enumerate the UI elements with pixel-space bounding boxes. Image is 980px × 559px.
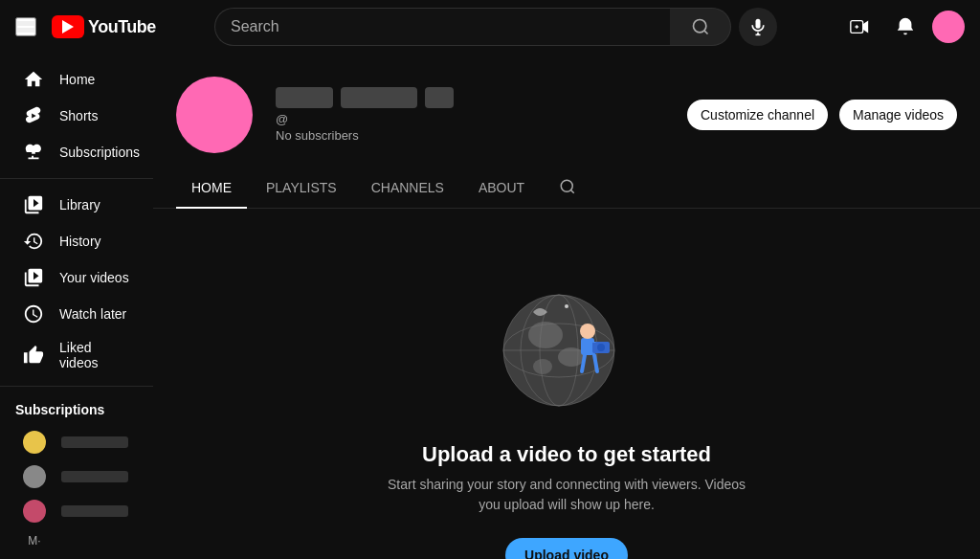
- svg-marker-6: [863, 21, 869, 34]
- empty-illustration: [490, 266, 643, 419]
- bell-icon: [895, 16, 916, 37]
- empty-state-title: Upload a video to get started: [422, 442, 711, 467]
- svg-line-13: [571, 190, 574, 192]
- sub-name-2: [61, 471, 128, 482]
- microphone-button[interactable]: [739, 8, 777, 46]
- tab-search-icon: [559, 178, 576, 195]
- svg-point-12: [561, 180, 572, 191]
- sidebar-item-library-label: Library: [59, 197, 100, 212]
- svg-line-1: [703, 31, 707, 34]
- tab-search-button[interactable]: [551, 170, 584, 206]
- empty-state-description: Start sharing your story and connecting …: [375, 475, 758, 515]
- subscription-item-4[interactable]: M·: [8, 528, 145, 553]
- sidebar-item-your-videos[interactable]: Your videos: [8, 259, 145, 296]
- channel-tabs: HOME PLAYLISTS CHANNELS ABOUT: [153, 168, 980, 209]
- home-icon: [23, 69, 44, 90]
- liked-videos-icon: [23, 345, 44, 366]
- notifications-button[interactable]: [886, 8, 924, 46]
- subscription-item-5[interactable]: [8, 553, 145, 559]
- manage-videos-button[interactable]: Manage videos: [839, 100, 957, 130]
- channel-info: @ No subscribers: [276, 87, 664, 143]
- channel-name-placeholder-3: [425, 87, 454, 108]
- sidebar-item-home[interactable]: Home: [8, 61, 145, 98]
- sub-avatar-3: [23, 500, 46, 523]
- search-bar: [214, 8, 731, 46]
- channel-name-row: [276, 87, 664, 108]
- tab-channels[interactable]: CHANNELS: [356, 168, 459, 209]
- shorts-icon: [23, 105, 44, 126]
- customize-channel-button[interactable]: Customize channel: [687, 100, 828, 130]
- sub-label-4: M·: [23, 534, 46, 548]
- your-videos-icon: [23, 267, 44, 288]
- sidebar-item-watch-later-label: Watch later: [59, 306, 126, 322]
- sub-avatar-2: [23, 465, 46, 488]
- svg-rect-23: [581, 338, 594, 355]
- svg-point-25: [597, 344, 605, 351]
- channel-actions: Customize channel Manage videos: [687, 100, 957, 130]
- youtube-logo-text: YouTube: [88, 17, 156, 37]
- sidebar-item-subscriptions-label: Subscriptions: [59, 145, 140, 160]
- main-content: @ No subscribers Customize channel Manag…: [153, 54, 980, 559]
- svg-point-15: [528, 322, 563, 348]
- channel-subscribers: No subscribers: [276, 128, 664, 143]
- library-icon: [23, 194, 44, 215]
- svg-point-27: [565, 304, 568, 308]
- tab-home[interactable]: HOME: [176, 168, 247, 209]
- channel-name-placeholder-2: [341, 87, 417, 108]
- subscriptions-icon: [23, 142, 44, 163]
- sidebar-item-liked-videos-label: Liked videos: [59, 340, 130, 370]
- sub-name-1: [61, 436, 128, 448]
- create-button[interactable]: [840, 8, 879, 46]
- search-input[interactable]: [214, 8, 670, 46]
- sidebar-item-shorts[interactable]: Shorts: [8, 98, 145, 134]
- search-icon: [691, 17, 710, 36]
- channel-avatar: [176, 77, 253, 153]
- svg-point-17: [533, 359, 552, 374]
- channel-handle: @: [276, 112, 664, 126]
- watch-later-icon: [23, 303, 44, 324]
- sidebar-item-shorts-label: Shorts: [59, 108, 98, 123]
- sidebar-item-home-label: Home: [59, 72, 95, 87]
- avatar[interactable]: [932, 11, 965, 43]
- sidebar-item-history-label: History: [59, 234, 101, 249]
- sub-name-3: [61, 505, 128, 517]
- header-center: [214, 8, 833, 46]
- subscription-item-2[interactable]: [8, 459, 145, 494]
- microphone-icon: [748, 17, 768, 36]
- svg-point-26: [580, 324, 595, 339]
- sub-avatar-1: [23, 431, 46, 454]
- body: Home Shorts Subscriptions Library Histor…: [0, 54, 980, 559]
- svg-point-0: [693, 20, 705, 33]
- sidebar-item-subscriptions[interactable]: Subscriptions: [8, 134, 145, 170]
- channel-header: @ No subscribers Customize channel Manag…: [153, 54, 980, 153]
- header-right: [840, 8, 965, 46]
- sidebar-item-your-videos-label: Your videos: [59, 270, 129, 285]
- sidebar-item-library[interactable]: Library: [8, 187, 145, 223]
- upload-video-button[interactable]: Upload video: [505, 538, 628, 559]
- subscription-item-1[interactable]: [8, 425, 145, 459]
- sidebar-item-history[interactable]: History: [8, 223, 145, 259]
- tab-about[interactable]: ABOUT: [463, 168, 540, 209]
- hamburger-menu[interactable]: [15, 17, 36, 36]
- create-icon: [849, 16, 870, 37]
- empty-state: Upload a video to get started Start shar…: [153, 209, 980, 559]
- tab-playlists[interactable]: PLAYLISTS: [251, 168, 352, 209]
- history-icon: [23, 231, 44, 252]
- youtube-logo-icon: [52, 15, 84, 38]
- sidebar-item-watch-later[interactable]: Watch later: [8, 296, 145, 332]
- sidebar-item-liked-videos[interactable]: Liked videos: [8, 332, 145, 378]
- sidebar-divider-2: [0, 386, 153, 387]
- subscriptions-section-title: Subscriptions: [0, 394, 153, 425]
- sidebar-divider-1: [0, 178, 153, 179]
- sidebar: Home Shorts Subscriptions Library Histor…: [0, 54, 153, 559]
- search-button[interactable]: [670, 8, 731, 46]
- subscription-item-3[interactable]: [8, 494, 145, 528]
- upload-illustration: [490, 266, 643, 419]
- youtube-logo[interactable]: YouTube: [52, 15, 156, 38]
- svg-rect-2: [756, 19, 761, 29]
- header: YouTube: [0, 0, 980, 54]
- header-left: YouTube: [15, 15, 207, 38]
- channel-name-placeholder-1: [276, 87, 333, 108]
